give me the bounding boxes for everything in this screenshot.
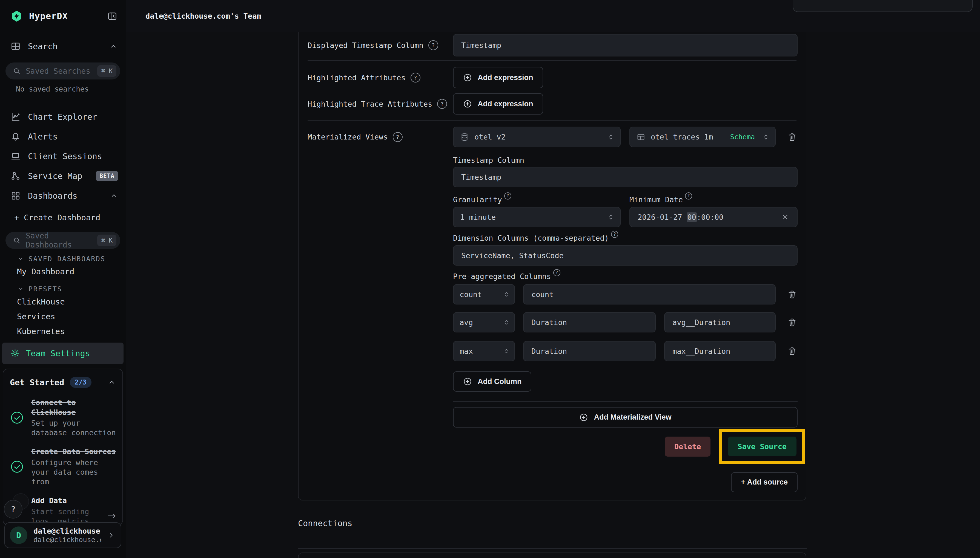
sidebar-item-search[interactable]: Search	[0, 39, 126, 53]
chevron-down-icon	[17, 285, 24, 292]
aggregation-fn-select[interactable]: avg	[453, 312, 515, 332]
user-menu[interactable]: D dale@clickhouse.… dale@clickhouse.c…	[4, 522, 121, 548]
sidebar-item-clickhouse[interactable]: ClickHouse	[0, 294, 126, 309]
create-dashboard-button[interactable]: + Create Dashboard	[0, 209, 126, 226]
database-icon	[460, 133, 469, 141]
select-chevrons-icon	[503, 319, 510, 326]
logo-row: HyperDX	[10, 9, 118, 23]
source-settings-panel: Displayed Timestamp Column ? Highlighted…	[298, 32, 807, 501]
sidebar-item-services[interactable]: Services	[0, 309, 126, 324]
add-expression-button[interactable]: Add expression	[453, 67, 543, 88]
select-chevrons-icon	[762, 133, 770, 141]
help-icon[interactable]: ?	[611, 231, 618, 238]
preagg-row: avg	[453, 312, 798, 332]
column-alias-input[interactable]	[664, 341, 775, 361]
network-icon	[10, 171, 21, 181]
minimum-date-input[interactable]: 2026-01-2700:00:00	[630, 207, 798, 227]
clear-date-icon[interactable]	[781, 213, 789, 221]
get-started-header[interactable]: Get Started 2/3	[10, 376, 116, 388]
delete-column-icon[interactable]	[787, 317, 797, 327]
sidebar-item-dashboards[interactable]: Dashboards	[0, 186, 126, 205]
timestamp-column-label: Timestamp Column	[453, 155, 798, 165]
granularity-select[interactable]: 1 minute	[453, 207, 621, 227]
add-expression-button[interactable]: Add expression	[453, 93, 543, 115]
field-label: Highlighted Attributes	[308, 74, 406, 82]
saved-dashboards-input[interactable]: Saved Dashboards ⌘ K	[5, 232, 120, 249]
section-saved-dashboards[interactable]: SAVED DASHBOARDS	[17, 253, 126, 264]
user-name: dale@clickhouse.…	[33, 527, 101, 535]
column-expression-input[interactable]	[523, 312, 656, 332]
task-title: Add Data	[31, 496, 100, 505]
no-saved-searches-text: No saved searches	[16, 84, 126, 94]
help-button[interactable]: ?	[4, 500, 23, 519]
timestamp-column-input[interactable]	[453, 167, 798, 187]
preset-label: Services	[17, 312, 55, 321]
schema-link[interactable]: Schema	[730, 133, 755, 141]
sidebar-item-client-sessions[interactable]: Client Sessions	[0, 146, 126, 166]
dashboard-link-label: My Dashboard	[17, 267, 75, 276]
help-icon[interactable]: ?	[685, 192, 692, 200]
add-materialized-view-button[interactable]: Add Materialized View	[453, 407, 798, 428]
connections-panel-cut	[298, 553, 807, 558]
dimension-columns-input[interactable]	[453, 245, 798, 266]
delete-button[interactable]: Delete	[665, 437, 711, 456]
divider	[453, 401, 798, 402]
circle-plus-icon	[579, 413, 588, 422]
aggregation-fn-select[interactable]: max	[453, 341, 515, 361]
section-label: SAVED DASHBOARDS	[28, 255, 105, 263]
help-icon[interactable]: ?	[411, 73, 420, 82]
section-presets[interactable]: PRESETS	[17, 283, 126, 294]
sidebar-item-my-dashboard[interactable]: My Dashboard	[0, 264, 126, 279]
save-source-button[interactable]: Save Source	[728, 437, 797, 456]
circle-plus-icon	[463, 377, 472, 386]
help-icon[interactable]: ?	[553, 269, 560, 276]
sidebar-item-service-map[interactable]: Service Map BETA	[0, 166, 126, 186]
arrow-right-icon: →	[108, 510, 116, 521]
help-icon[interactable]: ?	[393, 132, 402, 142]
task-subtitle: Configure where your data comes from	[31, 458, 116, 486]
materialized-view-selects: otel_v2	[453, 126, 798, 147]
sidebar: HyperDX Search	[0, 0, 126, 558]
help-icon[interactable]: ?	[429, 40, 438, 50]
sidebar-item-kubernetes[interactable]: Kubernetes	[0, 324, 126, 339]
delete-column-icon[interactable]	[787, 289, 797, 299]
add-source-button[interactable]: + Add source	[731, 472, 798, 492]
delete-column-icon[interactable]	[787, 346, 797, 356]
sidebar-item-alerts[interactable]: Alerts	[0, 126, 126, 146]
minimum-date-label: Minimum Date ?	[630, 195, 798, 205]
help-icon[interactable]: ?	[504, 192, 511, 200]
sidebar-item-chart-explorer[interactable]: Chart Explorer	[0, 107, 126, 126]
database-select[interactable]: otel_v2	[453, 126, 621, 147]
saved-searches-placeholder: Saved Searches	[26, 67, 90, 75]
form-row-highlighted-trace-attributes: Highlighted Trace Attributes ? Add expre…	[299, 93, 806, 115]
avatar: D	[10, 527, 28, 544]
user-email: dale@clickhouse.c…	[33, 536, 101, 544]
table-select[interactable]: otel_traces_1m Schema	[630, 126, 775, 147]
get-started-item-sources[interactable]: Create Data Sources Configure where your…	[10, 447, 116, 486]
hour-segment[interactable]: 00	[687, 212, 697, 222]
column-expression-input[interactable]	[523, 284, 775, 305]
saved-searches-input[interactable]: Saved Searches ⌘ K	[5, 62, 120, 79]
nav-label: Client Sessions	[28, 151, 102, 161]
column-expression-input[interactable]	[523, 341, 656, 361]
granularity-label: Granularity ?	[453, 195, 621, 205]
magnifier-icon	[13, 236, 21, 245]
nav-label: Service Map	[28, 171, 82, 181]
app-root: HyperDX Search	[0, 0, 980, 558]
get-started-item-connect[interactable]: Connect to ClickHouse Set up your databa…	[10, 398, 116, 437]
chevron-up-icon	[109, 42, 118, 51]
select-chevrons-icon	[503, 348, 510, 354]
save-source-highlight-box: Save Source	[719, 429, 805, 464]
chevron-up-icon	[108, 378, 116, 386]
help-icon[interactable]: ?	[437, 99, 447, 109]
add-column-button[interactable]: Add Column	[453, 371, 531, 392]
displayed-timestamp-input[interactable]	[453, 34, 798, 56]
column-alias-input[interactable]	[664, 312, 775, 332]
delete-materialized-view-icon[interactable]	[787, 132, 797, 142]
sidebar-collapse-icon[interactable]	[107, 11, 118, 21]
sidebar-item-team-settings[interactable]: Team Settings	[2, 343, 124, 364]
task-subtitle: Set up your database connection	[31, 418, 116, 437]
database-select-value: otel_v2	[474, 133, 506, 141]
task-title: Connect to ClickHouse	[31, 398, 116, 417]
aggregation-fn-select[interactable]: count	[453, 284, 515, 305]
